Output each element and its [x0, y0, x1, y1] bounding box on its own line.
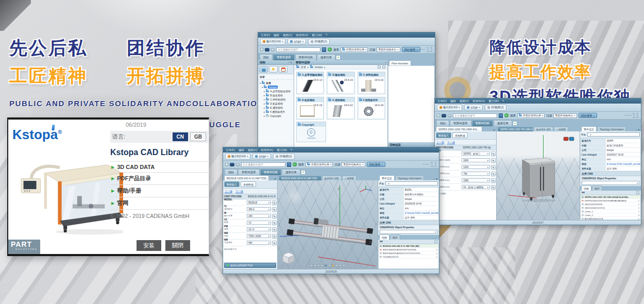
print-icon[interactable]	[636, 191, 639, 194]
assembly-row[interactable]: ⊞1600\1200(3C3C3C3)1	[581, 206, 640, 210]
tree-item[interactable]: ▸E.通用模组	[259, 106, 293, 110]
viewport-tab[interactable]: 二维视图	[554, 127, 568, 131]
param-value-input[interactable]: 350.4▾	[247, 207, 271, 211]
scene-3d-linear[interactable]: Y	[278, 180, 378, 269]
edit-param-button[interactable]: ✎	[491, 151, 496, 156]
link-level-up[interactable]: 上一级	[225, 190, 232, 193]
tool-icon[interactable]	[314, 264, 316, 267]
minimize-icon[interactable]: ▫	[385, 61, 386, 64]
catalog-card[interactable]: A.皮带型输送模组 19-6-13	[296, 72, 324, 94]
tree-item[interactable]: ▸B.输送模组	[259, 93, 293, 97]
add-tab-button[interactable]: +	[301, 170, 306, 175]
assembly-row[interactable]: ⊞BSZ5LB(S209-A2409)'V1'V2'V3'V4'V5'N...1	[379, 251, 438, 255]
tool-ic on[interactable]	[325, 264, 327, 267]
tool-icon[interactable]	[328, 264, 331, 267]
search-go-button[interactable]	[322, 47, 326, 52]
tool-icon[interactable]	[339, 264, 342, 267]
assembly-row[interactable]: ⊞T250/(B5)240-S21	[379, 255, 438, 259]
part-code-tab[interactable]: SDPR2-1600-1200-760-1990 ACL...	[436, 126, 482, 131]
param-value-input[interactable]: 10 | 4▾	[247, 227, 271, 231]
export-to-cad-button[interactable]: 输出到CAD▾	[437, 105, 462, 111]
main-tab[interactable]: 開始	[225, 169, 238, 175]
catalog-card[interactable]: E.通用模组 19-6-22	[327, 97, 354, 120]
search-input[interactable]	[241, 162, 285, 167]
edit-param-button[interactable]: ✎	[491, 178, 496, 183]
toggle-button[interactable]	[265, 48, 269, 52]
catalog-card[interactable]: B.输送模组 19-6-19	[327, 72, 354, 94]
assembly-row[interactable]: ⊞1600\1200\760\9901	[581, 202, 640, 206]
main-tab[interactable]: 搜索结果	[282, 169, 300, 175]
filter-dropdown[interactable]: 零部件结构单位▾	[553, 113, 577, 118]
param-value-input[interactable]: 1990▾	[462, 178, 490, 182]
link-level-down[interactable]: 下一级	[235, 190, 243, 193]
install-button[interactable]: 安装	[137, 240, 161, 251]
tool-icon[interactable]	[310, 264, 313, 267]
filter-dropdown[interactable]: 零部件结构单位▾	[377, 47, 400, 52]
menu-item[interactable]: 视图(V)	[460, 99, 469, 103]
orientation-cube[interactable]	[282, 251, 295, 265]
search-go-button[interactable]	[499, 113, 503, 118]
edit-param-button[interactable]: ✎	[272, 207, 277, 212]
viewport-toolbar[interactable]	[310, 264, 345, 267]
options-icon[interactable]	[271, 48, 275, 52]
main-tab[interactable]: 搜索结果	[317, 54, 335, 60]
menu-item[interactable]: 窗口(W)	[488, 99, 499, 103]
checkbox[interactable]: ✓	[260, 48, 263, 51]
param-value-input[interactable]: BSZ5LB▾	[247, 200, 271, 205]
param-value-input[interactable]: SDPR2 - 标准门▾	[462, 151, 490, 156]
edit-param-button[interactable]: ✎	[491, 158, 496, 163]
tree-item[interactable]: ▸D.机架模组	[259, 102, 293, 106]
options-icon[interactable]	[448, 114, 451, 117]
assembly-row[interactable]: ⊞BSZ5LB-1009-240-S-V1-NM-T250-(B5)	[379, 244, 438, 248]
link-level-up[interactable]: 上一级	[436, 141, 444, 144]
checkbox[interactable]: ✓	[437, 114, 440, 117]
edit-param-button[interactable]: ✎	[491, 185, 496, 190]
menu-item[interactable]: ?	[326, 33, 327, 37]
tab-values[interactable]: 数值输入	[436, 132, 451, 138]
view-2d-button[interactable]: 2D视图(2)	[485, 105, 506, 111]
add-tab-button[interactable]: +	[336, 55, 341, 60]
menu-item[interactable]: 编辑	[450, 99, 456, 103]
start-search-button[interactable]: 開始搜索▾	[402, 47, 420, 52]
breadcrumb-vendor[interactable]: kstopa	[315, 65, 323, 69]
copyright-card[interactable]: Copyright © copyright	[296, 122, 326, 142]
main-tab[interactable]: 零部件选择	[273, 54, 295, 60]
step-format-button[interactable]: STEP▾	[464, 105, 483, 110]
viewport-tab[interactable]: BSZ5LB-1009-240-S-V1-NM-T250...	[279, 176, 321, 180]
tab-structure[interactable]: 结构	[379, 234, 389, 240]
close-button[interactable]: 關閉	[165, 240, 190, 251]
tab-parts[interactable]: 构件	[592, 185, 602, 191]
view-2d-button[interactable]: 2D视图(2)	[273, 154, 295, 160]
add-search-icon[interactable]: +	[504, 113, 509, 117]
add-tab-button[interactable]: +	[513, 121, 517, 126]
generate-3d-button[interactable]: 请求生成3D模型 PLM	[224, 263, 276, 268]
main-tab[interactable]: 零部件选择	[450, 120, 471, 126]
tree-item[interactable]: ▸Copyright	[259, 114, 293, 118]
menu-item[interactable]: 附加件(X)	[472, 99, 485, 103]
tab-part-info[interactable]: 零件信息	[581, 126, 597, 131]
search-scope-dropdown[interactable]: 所有目录和分类▾	[341, 47, 368, 52]
menu-item[interactable]: 编辑	[274, 33, 279, 37]
options-icon[interactable]	[236, 163, 240, 166]
catalog-card[interactable]: C.供料机模组 19-6-19	[358, 72, 385, 94]
checkbox[interactable]: ✓	[225, 163, 228, 166]
main-tab[interactable]: 零部件选择	[238, 169, 260, 175]
object-properties-dropdown[interactable]: ▾	[582, 181, 639, 185]
assembly-row[interactable]: ⊞BSZ5LB(S209-A2409/24KT20/1063)1	[379, 248, 438, 251]
search-scope-dropdown[interactable]: 所有目录和分类▾	[517, 113, 545, 118]
tree-item[interactable]: ▸F.通用标准件	[259, 110, 293, 114]
dialog-menu-item[interactable]: ▶帮助/手册	[110, 185, 208, 197]
menu-item[interactable]: 视图(V)	[283, 33, 292, 37]
link-level-down[interactable]: 下一级	[447, 141, 455, 144]
main-tab[interactable]: 零部件结构	[472, 120, 494, 126]
param-value-input[interactable]: A1 - 标准门+侧面板▾	[462, 185, 490, 189]
tab-structure[interactable]: 结构	[581, 185, 591, 191]
toggle-button[interactable]	[442, 114, 446, 117]
info-search-dropdown[interactable]: ▾	[587, 132, 640, 137]
edit-param-button[interactable]: ✎	[272, 227, 277, 232]
main-tab[interactable]: 搜索结果	[494, 120, 512, 126]
scene-3d-cabinet[interactable]: X	[497, 131, 580, 220]
lang-cn-button[interactable]: CN	[173, 132, 188, 141]
export-to-cad-button[interactable]: 输出到CAD▾	[260, 39, 285, 45]
menu-item[interactable]: ?	[291, 148, 292, 151]
